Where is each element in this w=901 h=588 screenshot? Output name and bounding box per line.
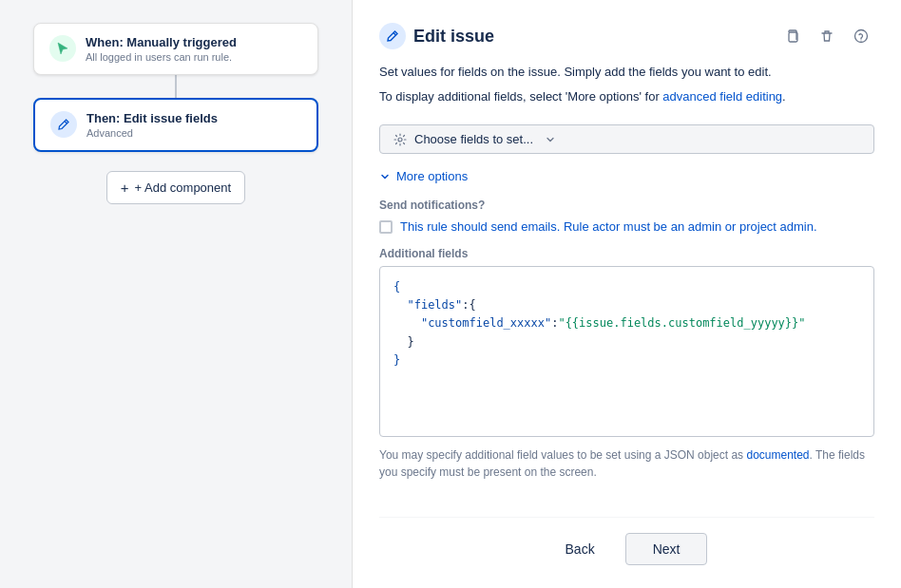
code-editor[interactable]: { "fields":{ "customfield_xxxxx":"{{issu… — [379, 266, 874, 437]
copy-icon — [785, 28, 800, 44]
plus-icon: + — [121, 180, 129, 196]
delete-button[interactable] — [814, 23, 840, 49]
panel-actions — [779, 23, 874, 49]
trigger-node-title: When: Manually triggered — [86, 35, 237, 49]
more-options-label: More options — [396, 169, 468, 183]
svg-point-3 — [398, 138, 402, 142]
description2: To display additional fields, select 'Mo… — [379, 87, 874, 106]
action-node[interactable]: Then: Edit issue fields Advanced — [33, 98, 318, 152]
choose-fields-label: Choose fields to set... — [414, 132, 533, 146]
notification-checkbox[interactable] — [379, 220, 393, 234]
action-icon — [50, 111, 77, 138]
notification-row: This rule should send emails. Rule actor… — [379, 219, 874, 234]
connector-line — [175, 75, 177, 98]
panel-title-icon — [379, 23, 406, 49]
chevron-down-icon — [379, 171, 391, 182]
panel-footer: Back Next — [379, 517, 874, 565]
footer-hint: You may specify additional field values … — [379, 446, 874, 481]
action-node-text: Then: Edit issue fields Advanced — [86, 111, 218, 139]
svg-point-2 — [860, 40, 861, 41]
panel-title-row: Edit issue — [379, 23, 494, 49]
additional-fields-label: Additional fields — [379, 247, 874, 260]
footer-hint-prefix: You may specify additional field values … — [379, 448, 746, 462]
copy-button[interactable] — [779, 23, 806, 49]
action-node-subtitle: Advanced — [86, 127, 218, 139]
add-component-button[interactable]: + + Add component — [106, 171, 245, 204]
description2-prefix: To display additional fields, select 'Mo… — [379, 89, 662, 104]
help-icon — [853, 28, 869, 44]
documented-link[interactable]: documented — [746, 448, 809, 462]
description2-suffix: . — [782, 89, 786, 104]
back-button[interactable]: Back — [546, 533, 614, 565]
action-node-title: Then: Edit issue fields — [86, 111, 218, 125]
help-button[interactable] — [848, 23, 874, 49]
trigger-node-text: When: Manually triggered All logged in u… — [86, 35, 237, 63]
next-button[interactable]: Next — [625, 533, 708, 565]
advanced-field-editing-link[interactable]: advanced field editing — [662, 89, 782, 104]
description1: Set values for fields on the issue. Simp… — [379, 63, 874, 82]
trigger-icon — [49, 35, 76, 62]
trash-icon — [819, 28, 834, 44]
panel-header: Edit issue — [379, 23, 874, 49]
chevron-down-icon — [545, 134, 556, 145]
trigger-node-subtitle: All logged in users can run rule. — [86, 51, 237, 63]
trigger-node[interactable]: When: Manually triggered All logged in u… — [33, 23, 318, 75]
send-notifications-label: Send notifications? — [379, 199, 874, 212]
add-component-label: + Add component — [135, 180, 232, 195]
choose-fields-button[interactable]: Choose fields to set... — [379, 124, 874, 154]
right-panel: Edit issue Set — [352, 0, 901, 588]
left-panel: When: Manually triggered All logged in u… — [0, 0, 352, 588]
gear-icon — [393, 133, 407, 146]
panel-title: Edit issue — [413, 27, 494, 47]
notification-text[interactable]: This rule should send emails. Rule actor… — [400, 219, 817, 234]
more-options-toggle[interactable]: More options — [379, 169, 874, 183]
